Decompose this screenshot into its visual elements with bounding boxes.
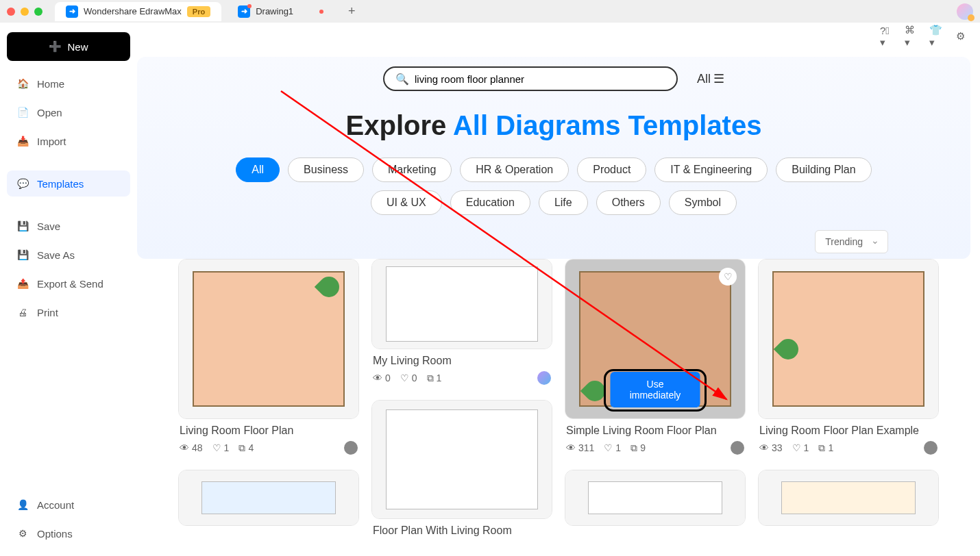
template-stats: 👁 48 ♡ 1 ⧉ 4 xyxy=(178,437,359,457)
sidebar-label: Open xyxy=(37,107,62,118)
sidebar-item-open[interactable]: 📄Open xyxy=(7,99,130,125)
style-icon[interactable]: 👕 ▾ xyxy=(929,30,942,42)
template-card[interactable]: Living Room Floor Plan 👁 48 ♡ 1 ⧉ 4 xyxy=(178,259,359,457)
new-button[interactable]: ➕ New xyxy=(7,32,130,61)
copies-stat: ⧉ 4 xyxy=(238,442,254,454)
chip-others[interactable]: Others xyxy=(596,190,661,215)
favorite-button[interactable]: ♡ xyxy=(719,268,737,286)
template-thumbnail xyxy=(565,470,745,525)
chip-business[interactable]: Business xyxy=(288,157,364,182)
close-window-button[interactable] xyxy=(7,8,15,16)
copies-stat: ⧉ 9 xyxy=(630,442,646,454)
author-avatar[interactable] xyxy=(344,441,358,455)
template-card[interactable]: Living Room Floor Plan Example 👁 33 ♡ 1 … xyxy=(758,259,939,457)
template-thumbnail: ♡ Use immediately xyxy=(565,260,745,418)
sidebar-item-save-as[interactable]: 💾Save As xyxy=(7,242,130,268)
template-card-hovered[interactable]: ♡ Use immediately Simple Living Room Flo… xyxy=(565,259,746,457)
tab-title: Drawing1 xyxy=(256,6,293,16)
likes-stat: ♡ 1 xyxy=(792,442,809,453)
document-icon: ➜ xyxy=(238,5,250,18)
sidebar-item-account[interactable]: 👤Account xyxy=(7,492,130,518)
author-avatar[interactable] xyxy=(924,441,938,455)
template-title: My Living Room xyxy=(371,355,552,367)
template-thumbnail xyxy=(372,260,552,349)
chip-life[interactable]: Life xyxy=(539,190,588,215)
export-icon: 📤 xyxy=(16,277,29,290)
explore-header: 🔍 All ☰ Explore All Diagrams Templates A… xyxy=(137,57,970,259)
options-icon: ⚙ xyxy=(16,527,29,540)
unsaved-dot-icon xyxy=(319,10,323,14)
sidebar-item-save[interactable]: 💾Save xyxy=(7,213,130,239)
sidebar-item-templates[interactable]: 💬Templates xyxy=(7,170,130,197)
chip-it[interactable]: IT & Engineering xyxy=(654,157,768,182)
chip-building[interactable]: Building Plan xyxy=(776,157,871,182)
minimize-window-button[interactable] xyxy=(21,8,29,16)
chip-symbol[interactable]: Symbol xyxy=(669,190,737,215)
chip-product[interactable]: Product xyxy=(577,157,646,182)
sidebar-item-print[interactable]: 🖨Print xyxy=(7,299,130,325)
settings-icon[interactable]: ⚙ xyxy=(954,30,966,42)
sidebar-label: Export & Send xyxy=(37,278,103,290)
new-tab-button[interactable]: + xyxy=(340,4,364,18)
sidebar-label: Home xyxy=(37,78,64,90)
sidebar-label: Save xyxy=(37,220,60,232)
template-thumbnail xyxy=(759,260,938,418)
tab-drawing[interactable]: ➜ Drawing1 xyxy=(227,2,334,21)
maximize-window-button[interactable] xyxy=(34,8,42,16)
pro-badge: Pro xyxy=(187,6,210,17)
likes-stat: ♡ 1 xyxy=(604,442,621,453)
template-card[interactable]: Floor Plan With Living Room xyxy=(371,400,552,537)
use-immediately-button[interactable]: Use immediately xyxy=(611,372,700,407)
sidebar-item-import[interactable]: 📥Import xyxy=(7,128,130,154)
template-title: Living Room Floor Plan Example xyxy=(758,425,939,437)
sidebar-item-home[interactable]: 🏠Home xyxy=(7,71,130,97)
apps-icon[interactable]: ⌘ ▾ xyxy=(905,30,917,42)
template-card[interactable] xyxy=(178,470,359,526)
templates-grid: Living Room Floor Plan 👁 48 ♡ 1 ⧉ 4 My L… xyxy=(137,259,980,551)
sidebar-label: Templates xyxy=(37,178,84,190)
views-stat: 👁 311 xyxy=(566,442,594,453)
sidebar-item-export[interactable]: 📤Export & Send xyxy=(7,270,130,296)
template-title: Floor Plan With Living Room xyxy=(371,525,552,537)
template-card[interactable]: My Living Room 👁 0 ♡ 0 ⧉ 1 xyxy=(371,259,552,388)
sidebar-item-options[interactable]: ⚙Options xyxy=(7,520,130,546)
user-avatar[interactable] xyxy=(957,3,973,20)
template-thumbnail xyxy=(179,260,358,418)
template-card[interactable] xyxy=(758,470,939,526)
tab-app[interactable]: ➜ Wondershare EdrawMax Pro xyxy=(55,2,221,21)
chip-uiux[interactable]: UI & UX xyxy=(371,190,442,215)
template-title: Simple Living Room Floor Plan xyxy=(565,425,746,437)
template-stats: 👁 311 ♡ 1 ⧉ 9 xyxy=(565,437,746,457)
template-stats: 👁 33 ♡ 1 ⧉ 1 xyxy=(758,437,939,457)
template-card[interactable] xyxy=(565,470,746,526)
template-stats: 👁 0 ♡ 0 ⧉ 1 xyxy=(371,367,552,388)
search-input[interactable] xyxy=(415,73,665,85)
sidebar: ➕ New 🏠Home 📄Open 📥Import 💬Templates 💾Sa… xyxy=(0,23,137,556)
window-controls xyxy=(7,8,42,16)
help-icon[interactable]: ?⃝ ▾ xyxy=(880,30,892,42)
app-icon: ➜ xyxy=(66,5,78,18)
sidebar-label: Account xyxy=(37,499,74,511)
filter-all-toggle[interactable]: All ☰ xyxy=(697,71,724,86)
sort-dropdown[interactable]: Trending xyxy=(815,230,888,253)
sidebar-label: Import xyxy=(37,136,66,147)
author-avatar[interactable] xyxy=(731,441,744,455)
account-icon: 👤 xyxy=(16,498,29,511)
open-icon: 📄 xyxy=(16,106,29,118)
chip-marketing[interactable]: Marketing xyxy=(372,157,452,182)
import-icon: 📥 xyxy=(16,135,29,147)
sidebar-label: Save As xyxy=(37,249,75,261)
chip-education[interactable]: Education xyxy=(450,190,530,215)
chip-hr[interactable]: HR & Operation xyxy=(460,157,569,182)
titlebar: ➜ Wondershare EdrawMax Pro ➜ Drawing1 + xyxy=(0,0,980,23)
sidebar-label: Options xyxy=(37,528,73,540)
chip-all[interactable]: All xyxy=(236,157,280,182)
page-title: Explore All Diagrams Templates xyxy=(178,110,929,141)
category-chips: All Business Marketing HR & Operation Pr… xyxy=(218,157,890,215)
template-thumbnail xyxy=(759,470,938,525)
list-icon: ☰ xyxy=(713,71,724,86)
author-avatar[interactable] xyxy=(537,371,551,385)
plus-icon: ➕ xyxy=(49,40,62,53)
search-box[interactable]: 🔍 xyxy=(383,66,678,91)
main-content: ?⃝ ▾ ⌘ ▾ 👕 ▾ ⚙ 🔍 All ☰ Explore All Diagr… xyxy=(137,23,980,556)
